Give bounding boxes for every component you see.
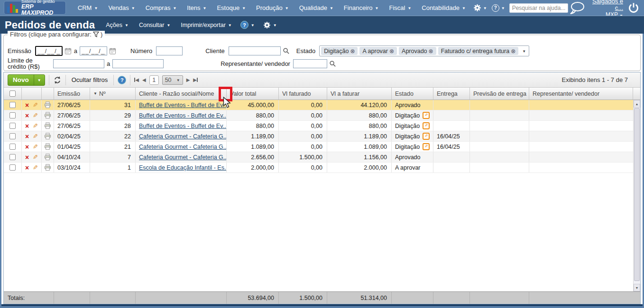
refresh-icon[interactable] [53,76,62,84]
header-vl-a-faturar[interactable]: Vl a faturar [327,88,392,100]
filters-panel[interactable]: Filtros (clique para configurar: ) Emiss… [3,35,641,71]
row-print[interactable] [42,163,54,172]
table-row[interactable]: × ✎ 02/04/25 22 Cafeteria Gourmet - Cafe… [4,131,633,142]
scroll-down-button[interactable]: ▼ [634,284,640,291]
row-checkbox[interactable] [9,144,16,150]
representante-input[interactable] [293,59,327,68]
row-print[interactable] [42,131,54,141]
new-order-button[interactable]: Novo ▼ [8,74,45,86]
printer-icon[interactable] [44,101,51,109]
row-select-cell[interactable] [4,100,22,110]
estado-tag[interactable]: Aprovado ⊗ [399,47,436,55]
header-numero[interactable]: ▼Nº [90,88,136,100]
main-menu-item[interactable]: Contabilidade ▼ [416,0,470,16]
row-select-cell[interactable] [4,163,22,172]
calendar-icon[interactable] [64,47,72,55]
row-print[interactable] [42,152,54,162]
editing-note-icon[interactable]: ✎ [423,112,430,119]
printer-icon[interactable] [44,122,51,129]
edit-pencil-icon[interactable]: ✎ [33,154,38,161]
header-previsao[interactable]: Previsão de entrega [470,88,529,100]
main-menu-item[interactable]: Qualidade ▼ [294,0,339,16]
hide-filters-button[interactable]: Ocultar filtros [70,76,110,83]
row-checkbox[interactable] [9,133,16,139]
emissao-to-input[interactable] [80,46,107,55]
estado-tag[interactable]: Faturado c/ entrega futura ⊗ [438,47,519,55]
table-row[interactable]: × ✎ 03/10/24 1 Escola de Educação Infant… [4,163,633,173]
delete-icon[interactable]: × [25,154,29,161]
header-emissao[interactable]: Emissão [54,88,90,100]
row-checkbox[interactable] [9,164,16,171]
client-link[interactable]: Cafeteria Gourmet - Cafeteria G... [139,133,227,140]
header-representante[interactable]: Representante/ vendedor [529,88,633,100]
delete-icon[interactable]: × [25,144,29,150]
help-search-input[interactable] [509,3,568,13]
limite-from-input[interactable] [53,59,104,68]
client-link[interactable]: Escola de Educação Infantil - Es... [139,164,227,171]
row-checkbox[interactable] [9,123,16,129]
printer-icon[interactable] [44,164,51,171]
main-menu-item[interactable]: Estoque ▼ [212,0,251,16]
next-page-button[interactable]: ▶ [186,77,190,82]
client-link[interactable]: Buffet de Eventos - Buffet de Ev... [139,123,227,129]
help-menu[interactable]: ? ▼ [489,0,507,16]
header-vl-faturado[interactable]: Vl faturado [279,88,327,100]
limite-to-input[interactable] [112,59,164,68]
edit-pencil-icon[interactable]: ✎ [33,133,38,140]
first-page-button[interactable]: ◀ [134,77,139,82]
main-menu-item[interactable]: Itens ▼ [182,0,212,16]
new-order-dropdown[interactable]: ▼ [34,75,45,85]
prev-page-button[interactable]: ◀ [142,77,146,82]
edit-pencil-icon[interactable]: ✎ [33,122,38,129]
header-estado[interactable]: Estado [392,88,433,100]
current-page-box[interactable]: 1 [149,75,159,85]
table-row[interactable]: × ✎ 04/10/24 7 Cafeteria Gourmet - Cafet… [4,152,633,163]
page-settings-menu[interactable]: ▼ [259,21,281,29]
remove-tag-icon[interactable]: ⊗ [511,48,515,54]
printer-icon[interactable] [44,133,51,140]
printer-icon[interactable] [44,112,51,119]
chat-icon[interactable] [568,1,586,15]
vertical-scrollbar[interactable]: ▲ ▼ [633,100,640,291]
row-print[interactable] [42,142,54,152]
client-link[interactable]: Buffet de Eventos - Buffet de Ev... [139,102,227,109]
row-print[interactable] [42,121,54,131]
numero-input[interactable] [156,46,183,55]
editing-note-icon[interactable]: ✎ [423,122,430,129]
edit-pencil-icon[interactable]: ✎ [33,143,38,150]
scroll-up-button[interactable]: ▲ [634,100,640,108]
search-icon[interactable] [283,47,290,54]
table-row[interactable]: × ✎ 27/06/25 31 Buffet de Eventos - Buff… [4,100,633,110]
page-menu-item[interactable]: Ações ▼ [101,22,133,28]
edit-pencil-icon[interactable]: ✎ [33,164,38,171]
table-row[interactable]: × ✎ 27/06/25 29 Buffet de Eventos - Buff… [4,110,633,121]
remove-tag-icon[interactable]: ⊗ [389,48,394,54]
page-menu-item[interactable]: Imprimir/exportar ▼ [176,22,236,28]
delete-icon[interactable]: × [25,102,29,109]
main-menu-item[interactable]: Produção ▼ [251,0,294,16]
main-menu-item[interactable]: CRM ▼ [73,0,103,16]
printer-icon[interactable] [44,143,51,150]
help-icon[interactable]: ? [118,76,126,84]
header-entrega[interactable]: Entrega [433,88,470,100]
main-menu-item[interactable]: Financeiro ▼ [339,0,384,16]
table-row[interactable]: × ✎ 27/06/25 28 Buffet de Eventos - Buff… [4,121,633,131]
printer-icon[interactable] [44,154,51,161]
estado-tag[interactable]: A aprovar ⊗ [359,47,397,55]
table-row[interactable]: × ✎ 01/04/25 21 Cafeteria Gourmet - Cafe… [4,142,633,152]
editing-note-icon[interactable]: ✎ [423,143,430,150]
select-all-cell[interactable] [4,88,22,100]
page-menu-item[interactable]: Consultar ▼ [135,22,175,28]
main-menu-item[interactable]: Vendas ▼ [103,0,140,16]
app-logo[interactable]: Sistema de gestão ERP MAXIPROD [4,1,66,15]
row-select-cell[interactable] [4,152,22,162]
remove-tag-icon[interactable]: ⊗ [429,48,433,54]
cliente-input[interactable] [229,46,281,55]
row-print[interactable] [42,100,54,110]
main-menu-item[interactable]: Fiscal ▼ [384,0,416,16]
header-valor-total[interactable]: Valor total [227,88,279,100]
row-select-cell[interactable] [4,142,22,152]
filters-legend[interactable]: Filtros (clique para configurar: ) [8,31,105,38]
search-icon[interactable] [329,60,336,67]
row-checkbox[interactable] [9,102,16,108]
